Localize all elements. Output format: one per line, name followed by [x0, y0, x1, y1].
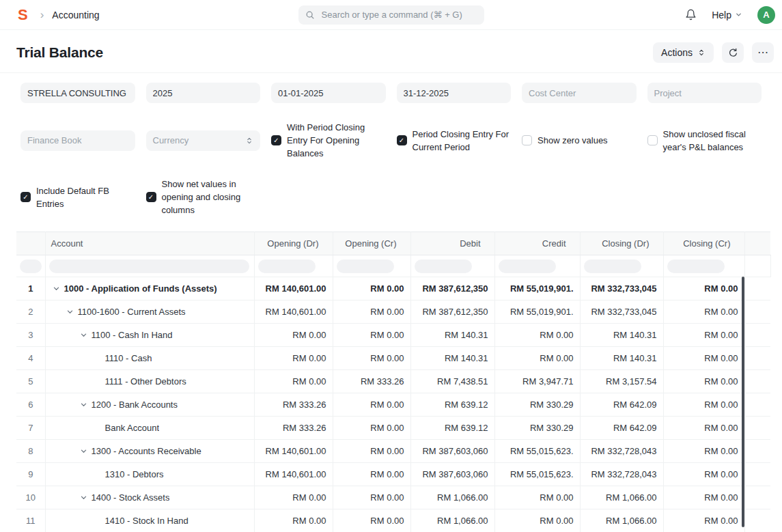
column-header-closing-cr[interactable]: Closing (Cr): [663, 232, 744, 255]
checkbox-icon[interactable]: [647, 135, 658, 145]
closing-cr-filter-input[interactable]: [667, 260, 725, 273]
amount-cell: RM 639.12: [410, 393, 494, 417]
project-filter[interactable]: [647, 83, 762, 103]
currency-select[interactable]: Currency: [146, 130, 261, 151]
finance-book-filter[interactable]: [20, 130, 135, 151]
fiscal-year-filter[interactable]: [146, 83, 261, 103]
checkbox-show-unclosed-pl[interactable]: Show unclosed fiscal year's P&L balances: [647, 128, 762, 154]
column-header-account[interactable]: Account: [45, 232, 254, 255]
account-cell[interactable]: 1400 - Stock Assets: [45, 486, 254, 509]
checkbox-show-net-values[interactable]: Show net values in opening and closing c…: [146, 178, 261, 216]
table-row[interactable]: 41110 - CashRM 0.00RM 0.00RM 140.31RM 0.…: [16, 347, 770, 370]
checkbox-period-closing-opening[interactable]: With Period Closing Entry For Opening Ba…: [271, 121, 386, 160]
checkbox-icon[interactable]: [522, 135, 532, 145]
table-header-row: Account Opening (Dr) Opening (Cr) Debit …: [16, 232, 770, 255]
checkbox-icon[interactable]: [146, 192, 156, 202]
account-filter-input[interactable]: [49, 260, 249, 273]
opening-cr-filter-input[interactable]: [337, 260, 394, 273]
actions-button[interactable]: Actions: [653, 42, 714, 63]
account-cell[interactable]: 1111 - Other Debtors: [45, 370, 254, 393]
to-date-filter[interactable]: [397, 83, 512, 103]
table-row[interactable]: 7Bank AccountRM 333.26RM 0.00RM 639.12RM…: [16, 417, 770, 440]
refresh-button[interactable]: [722, 42, 744, 63]
help-menu[interactable]: Help: [712, 10, 742, 20]
checkbox-icon[interactable]: [271, 135, 281, 145]
table-row[interactable]: 61200 - Bank AccountsRM 333.26RM 0.00RM …: [16, 393, 770, 417]
account-name: 1410 - Stock In Hand: [105, 516, 188, 526]
account-cell[interactable]: 1300 - Accounts Receivable: [45, 440, 254, 463]
amount-cell: RM 0.00: [333, 463, 410, 486]
page-header: Trial Balance Actions ⋯: [0, 30, 782, 72]
amount-cell: RM 0.00: [333, 300, 410, 324]
checkbox-label: Include Default FB Entries: [36, 184, 135, 210]
global-search[interactable]: [298, 5, 484, 25]
account-name: 1100-1600 - Current Assets: [78, 307, 186, 317]
checkbox-icon[interactable]: [397, 135, 407, 145]
amount-cell: RM 55,019,901.: [494, 300, 580, 324]
account-cell[interactable]: 1100 - Cash In Hand: [45, 324, 254, 347]
column-header-credit[interactable]: Credit: [494, 232, 580, 255]
more-options-button[interactable]: ⋯: [752, 42, 774, 63]
checkbox-icon[interactable]: [20, 192, 31, 202]
table-row[interactable]: 51111 - Other DebtorsRM 0.00RM 333.26RM …: [16, 370, 770, 393]
breadcrumb-chevron-icon: ›: [40, 8, 44, 22]
account-cell[interactable]: 1310 - Debtors: [45, 463, 254, 486]
table-row[interactable]: 81300 - Accounts ReceivableRM 140,601.00…: [16, 440, 770, 463]
account-cell[interactable]: 1100-1600 - Current Assets: [45, 300, 254, 324]
amount-cell: RM 0.00: [333, 440, 410, 463]
account-cell[interactable]: 1000 - Application of Funds (Assets): [45, 277, 254, 300]
notifications-button[interactable]: [685, 9, 697, 20]
cost-center-filter[interactable]: [522, 83, 637, 103]
chevron-down-icon[interactable]: [80, 401, 92, 408]
search-icon: [305, 10, 315, 20]
chevron-down-icon[interactable]: [53, 285, 64, 292]
table-row[interactable]: 11000 - Application of Funds (Assets)RM …: [16, 277, 770, 300]
company-filter[interactable]: [20, 83, 135, 103]
breadcrumb[interactable]: Accounting: [52, 10, 99, 20]
account-cell[interactable]: 1200 - Bank Accounts: [45, 393, 254, 417]
column-header-opening-cr[interactable]: Opening (Cr): [333, 232, 410, 255]
account-name: 1110 - Cash: [105, 353, 152, 363]
actions-label: Actions: [661, 47, 693, 58]
from-date-filter[interactable]: [271, 83, 386, 103]
closing-dr-filter-input[interactable]: [584, 260, 641, 273]
amount-cell: RM 0.00: [333, 509, 410, 532]
amount-cell: RM 0.00: [333, 417, 410, 440]
amount-cell: RM 642.09: [580, 417, 663, 440]
chevron-down-icon[interactable]: [66, 308, 78, 316]
checkbox-include-default-fb[interactable]: Include Default FB Entries: [20, 184, 135, 210]
chevron-up-down-icon: [245, 137, 253, 145]
table-row[interactable]: 21100-1600 - Current AssetsRM 140,601.00…: [16, 300, 770, 324]
table-row[interactable]: 111410 - Stock In HandRM 0.00RM 0.00RM 1…: [16, 509, 770, 532]
avatar[interactable]: A: [757, 6, 775, 24]
account-cell[interactable]: Bank Account: [45, 417, 254, 440]
amount-cell: RM 55,015,623.: [494, 463, 580, 486]
opening-dr-filter-input[interactable]: [258, 260, 316, 273]
column-header-opening-dr[interactable]: Opening (Dr): [254, 232, 333, 255]
account-cell[interactable]: 1110 - Cash: [45, 347, 254, 370]
column-header-debit[interactable]: Debit: [410, 232, 494, 255]
debit-filter-input[interactable]: [415, 260, 472, 273]
amount-cell: RM 642.09: [580, 393, 663, 417]
help-label: Help: [712, 10, 731, 20]
amount-cell: RM 0.00: [494, 324, 580, 347]
app-logo[interactable]: S: [18, 8, 28, 23]
table-row[interactable]: 31100 - Cash In HandRM 0.00RM 0.00RM 140…: [16, 324, 770, 347]
table-body: 11000 - Application of Funds (Assets)RM …: [16, 277, 770, 532]
search-input[interactable]: [320, 9, 477, 20]
table-row[interactable]: 101400 - Stock AssetsRM 0.00RM 0.00RM 1,…: [16, 486, 770, 509]
chevron-down-icon[interactable]: [80, 331, 92, 339]
amount-cell: RM 0.00: [663, 393, 744, 417]
rownum-filter-input[interactable]: [20, 260, 42, 273]
vertical-scrollbar[interactable]: [742, 277, 744, 527]
chevron-down-icon[interactable]: [80, 447, 92, 455]
report-area: Account Opening (Dr) Opening (Cr) Debit …: [16, 232, 770, 532]
column-header-closing-dr[interactable]: Closing (Dr): [580, 232, 663, 255]
account-cell[interactable]: 1410 - Stock In Hand: [45, 509, 254, 532]
checkbox-show-zero-values[interactable]: Show zero values: [522, 134, 637, 147]
amount-cell: RM 387,612,350: [410, 277, 494, 300]
checkbox-period-closing-current[interactable]: Period Closing Entry For Current Period: [397, 128, 512, 154]
table-row[interactable]: 91310 - DebtorsRM 140,601.00RM 0.00RM 38…: [16, 463, 770, 486]
credit-filter-input[interactable]: [499, 260, 556, 273]
chevron-down-icon[interactable]: [80, 494, 92, 501]
